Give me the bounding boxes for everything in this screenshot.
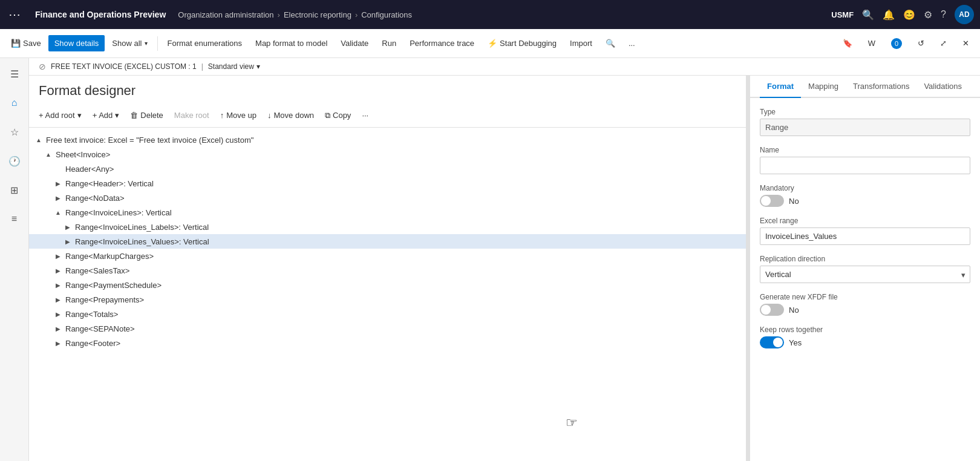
- tree-item-sepanote[interactable]: ▶ Range<SEPANote>: [29, 321, 746, 336]
- settings-icon[interactable]: ⚙: [924, 9, 932, 21]
- sidebar-hamburger[interactable]: ☰: [4, 63, 25, 85]
- performance-trace-button[interactable]: Performance trace: [403, 35, 480, 51]
- close-button[interactable]: ✕: [956, 34, 975, 53]
- open-button[interactable]: ⤢: [934, 34, 953, 53]
- sidebar-favorites[interactable]: ☆: [4, 121, 25, 143]
- word-button[interactable]: W: [862, 34, 881, 53]
- refresh-button[interactable]: ↺: [912, 34, 930, 53]
- expand-range-header[interactable]: ▶: [53, 178, 63, 188]
- excel-range-field-group: Excel range: [760, 217, 970, 245]
- tree-item-markup[interactable]: ▶ Range<MarkupCharges>: [29, 249, 746, 263]
- tab-validations[interactable]: Validations: [916, 76, 969, 98]
- expand-paymentschedule[interactable]: ▶: [53, 280, 63, 290]
- avatar[interactable]: AD: [955, 5, 974, 24]
- expand-invoicelines-values[interactable]: ▶: [63, 237, 73, 246]
- breadcrumb-org[interactable]: Organization administration: [178, 10, 273, 19]
- expand-footer[interactable]: ▶: [53, 338, 63, 348]
- tree-panel: Format designer + Add root ▾ + Add ▾ 🗑 D…: [29, 76, 746, 461]
- keep-rows-toggle[interactable]: [760, 336, 784, 348]
- keep-rows-label: Keep rows together: [760, 325, 970, 334]
- breadcrumb-configurations[interactable]: Configurations: [361, 10, 412, 19]
- replication-select[interactable]: Vertical Horizontal None: [760, 266, 970, 283]
- search-icon[interactable]: 🔍: [862, 9, 874, 21]
- replication-field-group: Replication direction Vertical Horizonta…: [760, 255, 970, 283]
- type-input[interactable]: [760, 119, 970, 136]
- tree-item-salestax[interactable]: ▶ Range<SalesTax>: [29, 263, 746, 278]
- xfdf-label: Generate new XFDF file: [760, 293, 970, 301]
- move-up-button[interactable]: ↑ Move up: [215, 108, 261, 123]
- help-icon[interactable]: ?: [941, 9, 946, 20]
- save-button[interactable]: 💾 Save: [5, 35, 47, 51]
- run-button[interactable]: Run: [376, 35, 402, 51]
- move-down-button[interactable]: ↓ Move down: [263, 108, 319, 123]
- start-debugging-button[interactable]: ⚡ Start Debugging: [482, 35, 563, 51]
- expand-markup[interactable]: ▶: [53, 251, 63, 261]
- copy-button[interactable]: ⧉ Copy: [320, 108, 356, 123]
- sidebar-workspaces[interactable]: ⊞: [4, 179, 25, 201]
- mandatory-toggle[interactable]: [760, 195, 784, 207]
- add-button[interactable]: + Add ▾: [88, 108, 125, 123]
- name-input[interactable]: [760, 157, 970, 174]
- type-label: Type: [760, 108, 970, 116]
- expand-range-nodata[interactable]: ▶: [53, 193, 63, 203]
- more-format-button[interactable]: ···: [357, 108, 373, 123]
- tree-item-range-invoicelines[interactable]: ▲ Range<InvoiceLines>: Vertical: [29, 205, 746, 220]
- xfdf-toggle[interactable]: [760, 304, 784, 316]
- badge-button[interactable]: 0: [885, 34, 908, 53]
- tab-transformations[interactable]: Transformations: [846, 76, 916, 98]
- top-bar: ⋯ Finance and Operations Preview Organiz…: [0, 0, 980, 29]
- map-format-button[interactable]: Map format to model: [249, 35, 333, 51]
- delete-button[interactable]: 🗑 Delete: [125, 108, 168, 123]
- tree-item-invoicelines-values[interactable]: ▶ Range<InvoiceLines_Values>: Vertical: [29, 234, 746, 249]
- expand-totals[interactable]: ▶: [53, 309, 63, 319]
- tree-item-paymentschedule[interactable]: ▶ Range<PaymentSchedule>: [29, 278, 746, 292]
- make-root-button[interactable]: Make root: [169, 108, 214, 123]
- add-root-button[interactable]: + Add root ▾: [34, 108, 87, 123]
- import-button[interactable]: Import: [564, 35, 598, 51]
- sidebar-home[interactable]: ⌂: [4, 92, 25, 114]
- sidebar-recent[interactable]: 🕐: [4, 150, 25, 172]
- view-selector[interactable]: Standard view ▾: [208, 62, 260, 71]
- expand-prepayments[interactable]: ▶: [53, 295, 63, 304]
- notification-icon[interactable]: 🔔: [883, 9, 895, 21]
- tab-mapping[interactable]: Mapping: [801, 76, 846, 98]
- expand-invoicelines[interactable]: ▲: [53, 208, 63, 217]
- search-toolbar-button[interactable]: 🔍: [599, 35, 621, 51]
- tree-item-footer[interactable]: ▶ Range<Footer>: [29, 336, 746, 350]
- more-toolbar-button[interactable]: ...: [622, 35, 641, 51]
- tree-item-root[interactable]: ▲ Free text invoice: Excel = "Free text …: [29, 132, 746, 147]
- apps-icon[interactable]: ⋯: [6, 5, 23, 24]
- expand-invoicelines-labels[interactable]: ▶: [63, 222, 73, 232]
- org-code: USMF: [831, 10, 854, 19]
- move-down-icon: ↓: [267, 111, 272, 120]
- breadcrumb-reporting[interactable]: Electronic reporting: [284, 10, 351, 19]
- validate-button[interactable]: Validate: [335, 35, 374, 51]
- breadcrumb: Organization administration › Electronic…: [178, 10, 412, 19]
- tree-item-sheet[interactable]: ▲ Sheet<Invoice>: [29, 147, 746, 162]
- delete-icon: 🗑: [130, 111, 138, 120]
- debug-icon: ⚡: [488, 39, 497, 48]
- filter-icon[interactable]: ⊘: [39, 62, 46, 71]
- expand-salestax[interactable]: ▶: [53, 266, 63, 275]
- expand-sheet[interactable]: ▲: [44, 149, 53, 159]
- tree-item-range-header[interactable]: ▶ Range<Header>: Vertical: [29, 176, 746, 191]
- tab-format[interactable]: Format: [760, 76, 801, 98]
- view-chevron-icon: ▾: [256, 62, 260, 71]
- tree-item-range-nodata[interactable]: ▶ Range<NoData>: [29, 191, 746, 205]
- expand-sepanote[interactable]: ▶: [53, 324, 63, 333]
- tree-item-totals[interactable]: ▶ Range<Totals>: [29, 307, 746, 321]
- bookmark-button[interactable]: 🔖: [837, 34, 858, 53]
- breadcrumb-sep: |: [201, 62, 203, 71]
- show-all-button[interactable]: Show all ▾: [106, 35, 153, 51]
- show-details-button[interactable]: Show details: [48, 35, 105, 51]
- show-all-chevron: ▾: [145, 40, 148, 47]
- sidebar-list[interactable]: ≡: [4, 208, 25, 230]
- tree-item-prepayments[interactable]: ▶ Range<Prepayments>: [29, 292, 746, 307]
- emoji-icon[interactable]: 😊: [903, 9, 915, 21]
- mandatory-slider: [760, 195, 784, 207]
- expand-root[interactable]: ▲: [34, 135, 44, 145]
- tree-item-invoicelines-labels[interactable]: ▶ Range<InvoiceLines_Labels>: Vertical: [29, 220, 746, 234]
- format-enumerations-button[interactable]: Format enumerations: [162, 35, 249, 51]
- excel-range-input[interactable]: [760, 227, 970, 245]
- tree-item-header[interactable]: ▶ Header<Any>: [29, 162, 746, 176]
